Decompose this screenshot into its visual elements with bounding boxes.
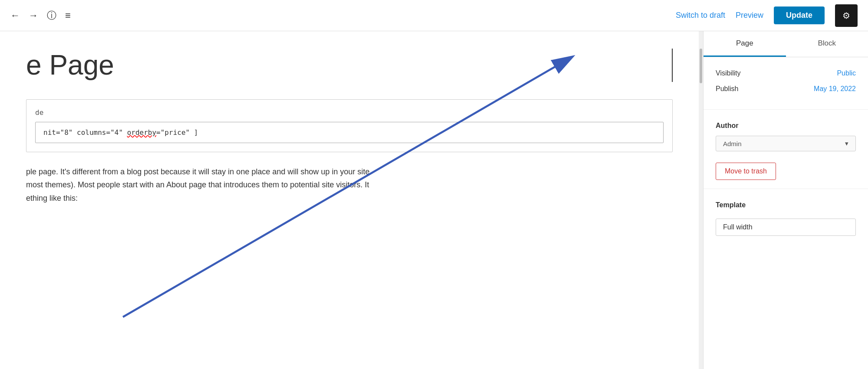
- toolbar-right: Switch to draft Preview Update ⚙: [676, 4, 858, 27]
- code-block-inner[interactable]: nit="8" columns="4" orderby="price" ]: [35, 122, 664, 143]
- redo-button[interactable]: →: [29, 10, 38, 21]
- author-title: Author: [716, 122, 856, 130]
- settings-button[interactable]: ⚙: [835, 4, 858, 27]
- gear-icon: ⚙: [842, 10, 850, 21]
- code-block-outer[interactable]: de nit="8" columns="4" orderby="price" ]: [26, 99, 673, 152]
- main-area: e Page de nit="8" columns="4" orderby="p…: [0, 31, 868, 369]
- undo-button[interactable]: ←: [10, 10, 20, 21]
- editor-body-text: ple page. It's different from a blog pos…: [26, 165, 673, 205]
- editor-scrollbar[interactable]: [699, 31, 703, 369]
- toolbar: ← → ⓘ ≡ Switch to draft Preview Update ⚙: [0, 0, 868, 31]
- update-button[interactable]: Update: [774, 7, 825, 24]
- publish-label: Publish: [716, 85, 738, 93]
- visibility-row: Visibility Public: [716, 69, 856, 77]
- chevron-down-icon: ▾: [845, 140, 848, 147]
- tab-page[interactable]: Page: [704, 31, 786, 57]
- template-input[interactable]: [716, 219, 856, 236]
- page-title: e Page: [26, 49, 673, 82]
- author-value: Admin: [723, 140, 742, 147]
- visibility-value[interactable]: Public: [837, 69, 856, 77]
- editor-area[interactable]: e Page de nit="8" columns="4" orderby="p…: [0, 31, 699, 369]
- info-button[interactable]: ⓘ: [47, 9, 56, 22]
- status-section: Visibility Public Publish May 19, 2022: [704, 57, 868, 110]
- publish-row: Publish May 19, 2022: [716, 85, 856, 93]
- sidebar: Page Block Visibility Public Publish May…: [703, 31, 868, 369]
- tab-block[interactable]: Block: [786, 31, 868, 57]
- template-section: Template: [704, 189, 868, 245]
- author-section: Author Admin ▾ Move to trash: [704, 110, 868, 189]
- author-dropdown[interactable]: Admin ▾: [716, 136, 856, 151]
- code-content: nit="8" columns="4" orderby="price" ]: [43, 128, 198, 137]
- code-label: de: [35, 108, 664, 117]
- move-to-trash-button[interactable]: Move to trash: [716, 163, 776, 180]
- scroll-thumb[interactable]: [700, 49, 702, 83]
- publish-value[interactable]: May 19, 2022: [814, 85, 856, 93]
- toolbar-left: ← → ⓘ ≡: [10, 9, 676, 22]
- template-label: Template: [716, 201, 856, 209]
- visibility-label: Visibility: [716, 69, 741, 77]
- preview-button[interactable]: Preview: [736, 11, 763, 20]
- sidebar-tabs: Page Block: [704, 31, 868, 57]
- menu-button[interactable]: ≡: [65, 10, 71, 21]
- switch-to-draft-button[interactable]: Switch to draft: [676, 11, 725, 20]
